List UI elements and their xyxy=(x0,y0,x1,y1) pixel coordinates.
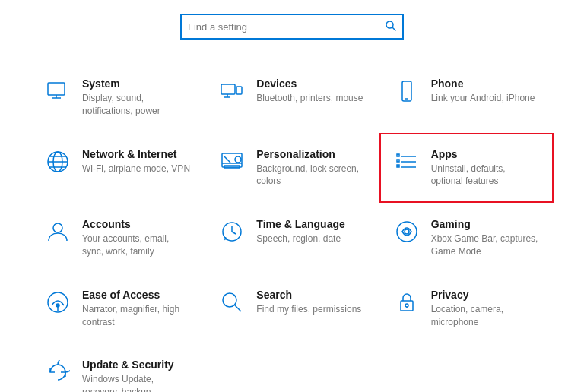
settings-item-subtitle: Your accounts, email, sync, work, family xyxy=(82,232,191,258)
settings-item-text: Search Find my files, permissions xyxy=(256,289,361,316)
settings-item-network[interactable]: Network & Internet Wi-Fi, airplane mode,… xyxy=(30,133,205,204)
settings-item-ease[interactable]: Ease of Access Narrator, magnifier, high… xyxy=(30,273,205,344)
svg-rect-2 xyxy=(48,83,65,95)
settings-item-subtitle: Background, lock screen, colors xyxy=(256,163,365,188)
personalization-icon xyxy=(218,150,246,174)
settings-item-apps[interactable]: Apps Uninstall, defaults, optional featu… xyxy=(379,133,554,204)
settings-item-title: Gaming xyxy=(431,218,540,230)
settings-item-title: Ease of Access xyxy=(82,289,191,301)
svg-line-30 xyxy=(232,232,236,234)
search-input[interactable] xyxy=(188,21,386,33)
settings-item-text: Phone Link your Android, iPhone xyxy=(431,77,535,105)
settings-item-subtitle: Uninstall, defaults, optional features xyxy=(431,163,540,188)
settings-item-privacy[interactable]: Privacy Location, camera, microphone xyxy=(379,273,554,344)
svg-line-20 xyxy=(224,156,230,163)
settings-item-devices[interactable]: Devices Bluetooth, printers, mouse xyxy=(205,62,379,133)
svg-rect-9 xyxy=(402,81,411,101)
settings-item-update[interactable]: Update & Security Windows Update, recove… xyxy=(30,343,205,392)
settings-item-subtitle: Bluetooth, printers, mouse xyxy=(256,92,363,105)
settings-item-title: Network & Internet xyxy=(82,148,190,160)
apps-icon xyxy=(393,150,421,174)
svg-rect-24 xyxy=(397,154,399,156)
svg-point-19 xyxy=(235,156,241,163)
settings-item-search[interactable]: Search Find my files, permissions xyxy=(205,273,379,344)
search-icon xyxy=(386,21,396,33)
settings-item-subtitle: Windows Update, recovery, backup xyxy=(82,373,191,392)
update-icon xyxy=(44,360,71,384)
settings-item-title: Accounts xyxy=(82,218,191,230)
settings-item-text: Update & Security Windows Update, recove… xyxy=(82,359,191,392)
svg-line-1 xyxy=(392,27,395,30)
settings-item-subtitle: Link your Android, iPhone xyxy=(431,92,535,105)
svg-rect-26 xyxy=(397,165,399,167)
privacy-icon xyxy=(393,290,421,315)
settings-item-subtitle: Speech, region, date xyxy=(256,232,344,245)
settings-item-title: Apps xyxy=(431,148,540,160)
ease-icon xyxy=(44,290,71,315)
settings-item-subtitle: Xbox Game Bar, captures, Game Mode xyxy=(431,232,540,258)
settings-item-text: Ease of Access Narrator, magnifier, high… xyxy=(82,289,191,329)
svg-point-36 xyxy=(223,293,236,307)
settings-item-personalization[interactable]: Personalization Background, lock screen,… xyxy=(205,133,379,204)
settings-item-phone[interactable]: Phone Link your Android, iPhone xyxy=(379,62,554,133)
svg-rect-6 xyxy=(236,87,242,94)
svg-point-39 xyxy=(405,304,408,307)
system-icon xyxy=(44,79,71,103)
settings-item-subtitle: Display, sound, notifications, power xyxy=(82,92,191,118)
devices-icon xyxy=(218,79,246,103)
svg-rect-25 xyxy=(397,160,399,162)
settings-item-time[interactable]: A Time & Language Speech, region, date xyxy=(205,203,379,273)
svg-text:A: A xyxy=(224,236,228,242)
settings-item-text: Personalization Background, lock screen,… xyxy=(256,148,365,188)
settings-item-text: Devices Bluetooth, printers, mouse xyxy=(256,77,363,105)
settings-grid: System Display, sound, notifications, po… xyxy=(0,62,584,392)
settings-item-subtitle: Find my files, permissions xyxy=(256,303,361,316)
settings-item-system[interactable]: System Display, sound, notifications, po… xyxy=(30,62,205,133)
svg-point-32 xyxy=(397,222,417,242)
settings-item-subtitle: Wi-Fi, airplane mode, VPN xyxy=(82,163,190,175)
settings-item-text: Gaming Xbox Game Bar, captures, Game Mod… xyxy=(431,218,540,258)
search-icon xyxy=(218,290,246,315)
settings-item-title: Phone xyxy=(431,77,535,90)
svg-line-37 xyxy=(235,305,241,311)
svg-rect-38 xyxy=(401,301,413,311)
settings-item-gaming[interactable]: Gaming Xbox Game Bar, captures, Game Mod… xyxy=(379,203,554,273)
settings-item-text: Time & Language Speech, region, date xyxy=(256,218,344,245)
settings-item-text: Privacy Location, camera, microphone xyxy=(431,289,540,329)
time-icon: A xyxy=(218,220,246,244)
settings-item-text: Accounts Your accounts, email, sync, wor… xyxy=(82,218,191,258)
settings-item-accounts[interactable]: Accounts Your accounts, email, sync, wor… xyxy=(30,203,205,273)
settings-item-title: System xyxy=(82,77,191,90)
settings-item-text: Network & Internet Wi-Fi, airplane mode,… xyxy=(82,148,190,175)
settings-item-title: Personalization xyxy=(256,148,365,160)
network-icon xyxy=(44,150,71,174)
settings-item-text: Apps Uninstall, defaults, optional featu… xyxy=(431,148,540,188)
svg-point-33 xyxy=(405,229,409,234)
accounts-icon xyxy=(44,220,71,244)
svg-point-27 xyxy=(53,223,62,232)
settings-item-text: System Display, sound, notifications, po… xyxy=(82,77,191,118)
settings-item-subtitle: Narrator, magnifier, high contrast xyxy=(82,303,191,329)
settings-item-title: Search xyxy=(256,289,361,301)
settings-item-title: Update & Security xyxy=(82,359,191,371)
search-bar[interactable] xyxy=(180,14,404,40)
phone-icon xyxy=(393,79,421,103)
settings-item-title: Devices xyxy=(256,77,363,90)
gaming-icon xyxy=(393,220,421,244)
settings-item-title: Time & Language xyxy=(256,218,344,230)
settings-item-title: Privacy xyxy=(431,289,540,301)
settings-item-subtitle: Location, camera, microphone xyxy=(431,303,540,329)
svg-rect-5 xyxy=(221,84,235,94)
